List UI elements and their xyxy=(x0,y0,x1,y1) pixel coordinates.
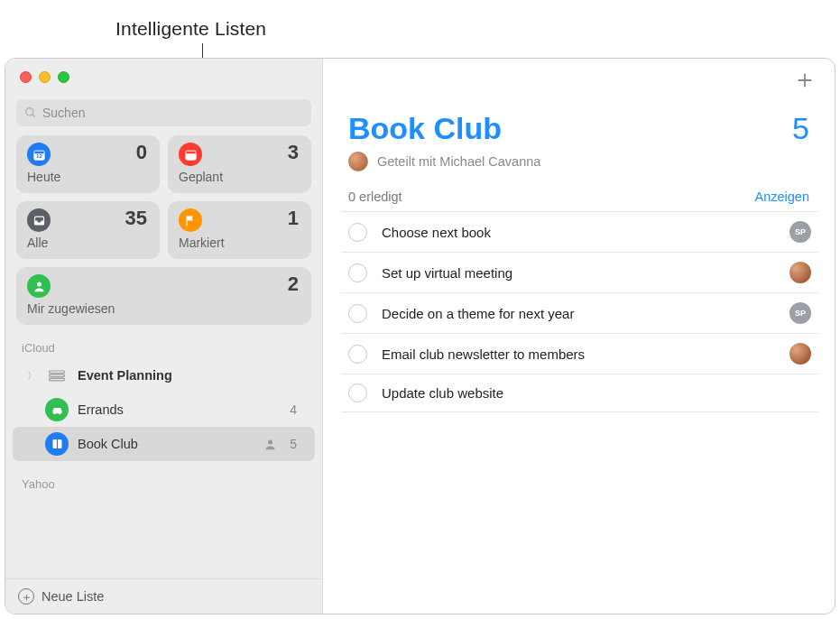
plus-circle-icon: ＋ xyxy=(18,588,34,605)
shared-row[interactable]: Geteilt mit Michael Cavanna xyxy=(323,146,835,184)
svg-line-1 xyxy=(32,115,35,117)
task-title: Set up virtual meeting xyxy=(382,265,775,281)
account-header-icloud[interactable]: iCloud xyxy=(5,325,322,358)
smart-label: Alle xyxy=(27,236,149,250)
account-header-yahoo[interactable]: Yahoo xyxy=(5,461,322,494)
smart-card-markiert[interactable]: 1Markiert xyxy=(168,201,311,259)
group-icon xyxy=(45,364,69,387)
search-icon xyxy=(24,106,37,119)
main-panel: Book Club 5 Geteilt mit Michael Cavanna … xyxy=(323,59,835,614)
car-icon xyxy=(45,398,69,421)
list-title: Book Club xyxy=(348,111,502,146)
smart-count: 35 xyxy=(125,207,147,230)
list-count: 5 xyxy=(290,437,297,451)
list-name: Event Planning xyxy=(78,368,297,383)
task-list: Choose next bookSPSet up virtual meeting… xyxy=(323,211,835,412)
calendar-icon xyxy=(179,143,202,166)
smart-label: Markiert xyxy=(179,236,300,250)
svg-rect-11 xyxy=(50,374,65,377)
plus-icon xyxy=(795,70,815,90)
task-row[interactable]: Email club newsletter to members xyxy=(341,333,818,374)
chevron-right-icon: 〉 xyxy=(27,369,36,383)
sidebar: Suchen 120Heute3Geplant35Alle1Markiert2M… xyxy=(5,59,323,614)
smart-label: Heute xyxy=(27,170,149,184)
smart-card-heute[interactable]: 120Heute xyxy=(16,135,160,193)
complete-toggle[interactable] xyxy=(348,345,367,364)
book-icon xyxy=(45,432,69,456)
new-list-button[interactable]: ＋ Neue Liste xyxy=(5,578,322,614)
tray-icon xyxy=(27,208,51,232)
svg-point-15 xyxy=(268,439,272,444)
flag-icon xyxy=(179,208,202,232)
task-title: Email club newsletter to members xyxy=(382,346,775,362)
zoom-window-button[interactable] xyxy=(58,71,69,83)
smart-card-alle[interactable]: 35Alle xyxy=(16,201,160,259)
sidebar-list-book-club[interactable]: Book Club5 xyxy=(13,427,315,461)
task-row[interactable]: Update club website xyxy=(341,374,818,412)
task-title: Update club website xyxy=(382,385,811,401)
smart-count: 2 xyxy=(288,273,299,296)
list-name: Errands xyxy=(78,402,281,417)
assignee-avatar xyxy=(789,262,811,283)
smart-label: Mir zugewiesen xyxy=(27,301,300,316)
toolbar xyxy=(323,59,835,102)
smart-card-mir-zugewiesen[interactable]: 2Mir zugewiesen xyxy=(16,267,311,325)
svg-rect-10 xyxy=(50,371,65,374)
list-name: Book Club xyxy=(78,437,254,451)
svg-text:12: 12 xyxy=(36,152,42,159)
smart-lists-grid: 120Heute3Geplant35Alle1Markiert2Mir zuge… xyxy=(5,135,322,325)
calendar-today-icon: 12 xyxy=(27,143,51,166)
smart-card-geplant[interactable]: 3Geplant xyxy=(168,135,311,193)
app-window: Suchen 120Heute3Geplant35Alle1Markiert2M… xyxy=(5,58,835,614)
svg-rect-12 xyxy=(50,378,65,381)
show-completed-button[interactable]: Anzeigen xyxy=(755,189,809,204)
smart-label: Geplant xyxy=(179,170,300,184)
add-reminder-button[interactable] xyxy=(795,70,815,90)
task-row[interactable]: Set up virtual meeting xyxy=(341,252,818,292)
search-placeholder: Suchen xyxy=(42,106,85,120)
smart-count: 3 xyxy=(288,141,299,164)
minimize-window-button[interactable] xyxy=(39,71,51,83)
task-row[interactable]: Decide on a theme for next yearSP xyxy=(341,292,818,333)
annotation-label: Intelligente Listen xyxy=(115,18,266,40)
svg-point-14 xyxy=(59,412,60,414)
task-row[interactable]: Choose next bookSP xyxy=(341,211,818,252)
task-title: Decide on a theme for next year xyxy=(382,306,775,321)
svg-point-0 xyxy=(26,108,33,115)
search-input[interactable]: Suchen xyxy=(16,99,311,126)
list-count: 5 xyxy=(792,111,809,146)
avatar xyxy=(348,152,368,171)
assignee-avatar xyxy=(789,343,811,365)
smart-count: 1 xyxy=(288,207,299,230)
sidebar-list-event-planning[interactable]: 〉Event Planning xyxy=(13,358,315,393)
title-row: Book Club 5 xyxy=(323,102,835,146)
complete-toggle[interactable] xyxy=(348,223,367,242)
complete-toggle[interactable] xyxy=(348,383,367,402)
list-count: 4 xyxy=(290,402,297,417)
complete-toggle[interactable] xyxy=(348,304,367,323)
shared-icon xyxy=(263,438,277,451)
window-controls xyxy=(5,59,322,88)
smart-count: 0 xyxy=(136,141,147,164)
assignee-badge: SP xyxy=(789,221,811,243)
assignee-badge: SP xyxy=(789,302,811,324)
sidebar-list-errands[interactable]: Errands4 xyxy=(13,393,315,427)
status-row: 0 erledigt Anzeigen xyxy=(323,184,835,211)
shared-with-text: Geteilt mit Michael Cavanna xyxy=(377,154,540,169)
task-title: Choose next book xyxy=(382,225,775,240)
svg-point-13 xyxy=(53,412,55,414)
svg-point-9 xyxy=(37,282,42,286)
person-icon xyxy=(27,274,51,298)
completed-count: 0 erledigt xyxy=(348,189,402,204)
close-window-button[interactable] xyxy=(20,71,32,83)
new-list-label: Neue Liste xyxy=(42,589,104,604)
complete-toggle[interactable] xyxy=(348,263,367,282)
